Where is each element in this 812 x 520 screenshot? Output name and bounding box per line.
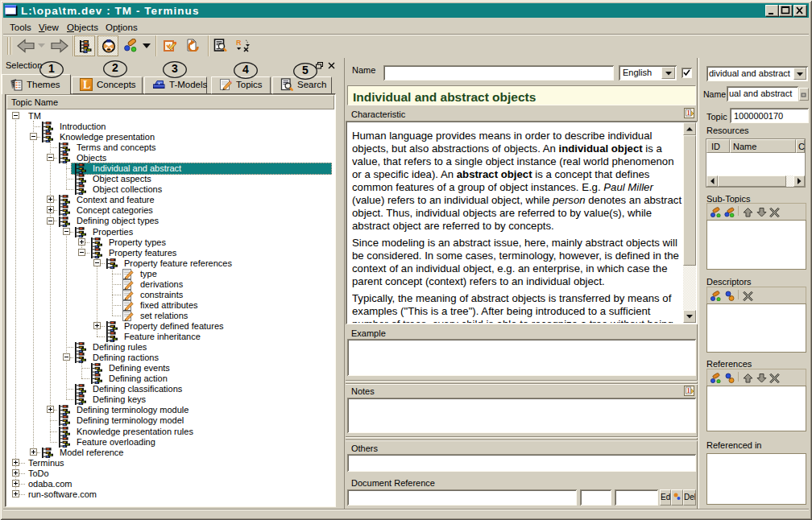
svg-text:1: 1 xyxy=(687,109,690,117)
svg-text:R: R xyxy=(236,39,242,47)
svg-text:L: L xyxy=(83,79,90,91)
svg-text:1: 1 xyxy=(687,386,690,394)
